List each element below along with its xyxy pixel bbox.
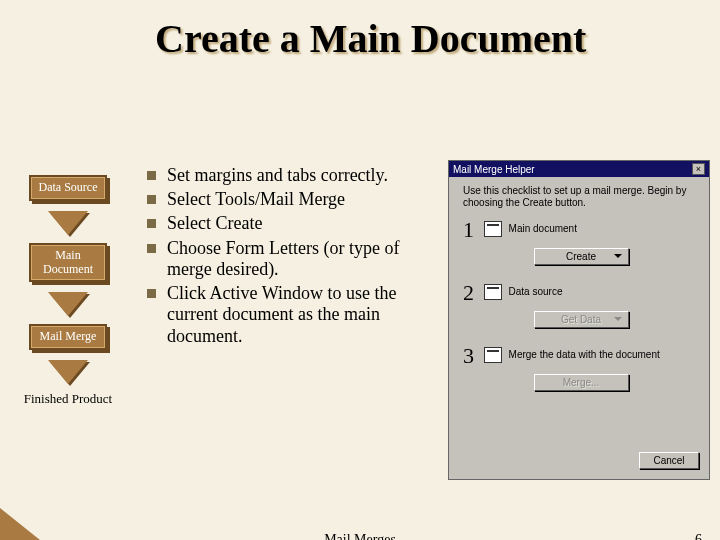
step-merge: 3 Merge the data with the document Merge… — [463, 343, 699, 391]
bullet-item: Select Create — [145, 213, 440, 234]
footer-page-number: 6 — [695, 532, 702, 540]
close-button[interactable]: × — [692, 163, 705, 175]
step-label: Main document — [509, 223, 577, 234]
step-data-source: 2 Data source Get Data — [463, 280, 699, 328]
flow-box-mail-merge: Mail Merge — [29, 324, 107, 350]
bullet-item: Choose Form Letters (or type of merge de… — [145, 238, 440, 280]
bullet-item: Set margins and tabs correctly. — [145, 165, 440, 186]
corner-fold-icon — [0, 508, 40, 540]
bullet-item: Select Tools/Mail Merge — [145, 189, 440, 210]
arrow-down-icon — [48, 292, 88, 316]
create-button[interactable]: Create — [534, 248, 629, 265]
step-label: Merge the data with the document — [509, 349, 660, 360]
flow-box-data-source: Data Source — [29, 175, 107, 201]
step-main-document: 1 Main document Create — [463, 217, 699, 265]
dialog-title-text: Mail Merge Helper — [453, 164, 535, 175]
slide-title: Create a Main Document — [155, 18, 586, 60]
step-label: Data source — [509, 286, 563, 297]
dialog-instruction: Use this checklist to set up a mail merg… — [463, 185, 699, 209]
bullet-list: Set margins and tabs correctly. Select T… — [145, 165, 440, 350]
cancel-button[interactable]: Cancel — [639, 452, 699, 469]
arrow-down-icon — [48, 360, 88, 384]
get-data-button: Get Data — [534, 311, 629, 328]
flow-sidebar: Data Source Main Document Mail Merge Fin… — [18, 175, 118, 406]
step-number: 2 — [463, 280, 481, 306]
caret-down-icon — [614, 317, 622, 321]
arrow-down-icon — [48, 211, 88, 235]
step-number: 3 — [463, 343, 481, 369]
caret-down-icon — [614, 254, 622, 258]
merge-button: Merge... — [534, 374, 629, 391]
footer-center: Mail Merges — [324, 532, 396, 540]
bullet-item: Click Active Window to use the current d… — [145, 283, 440, 347]
document-icon — [484, 284, 502, 300]
mail-merge-helper-dialog: Mail Merge Helper × Use this checklist t… — [448, 160, 710, 480]
flow-label-finished-product: Finished Product — [18, 392, 118, 406]
dialog-titlebar: Mail Merge Helper × — [449, 161, 709, 177]
document-icon — [484, 347, 502, 363]
flow-box-main-document: Main Document — [29, 243, 107, 283]
step-number: 1 — [463, 217, 481, 243]
document-icon — [484, 221, 502, 237]
